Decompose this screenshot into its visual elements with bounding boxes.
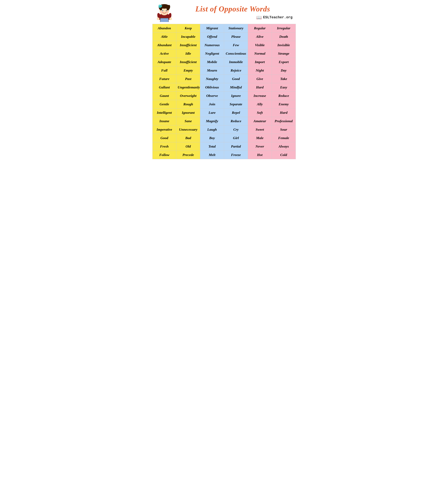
word-cell: Regular [248, 24, 272, 32]
word-cell: Old [176, 142, 200, 151]
table-row: AbleIncapableOffendPleaseAliveDeath [152, 32, 296, 41]
word-cell: Hard [248, 83, 272, 92]
word-cell: Boy [200, 134, 224, 142]
word-cell: Future [152, 75, 176, 83]
words-table-container: AbandonKeepMigrantStationaryRegularIrreg… [152, 24, 296, 159]
word-cell: Cold [272, 151, 296, 159]
word-cell: Join [200, 100, 224, 108]
word-cell: Total [200, 142, 224, 151]
table-row: AdequateInsufficientMobileImmobileImport… [152, 58, 296, 66]
word-cell: Male [248, 134, 272, 142]
brand-container: 📖 ESLTeacher.org [173, 13, 292, 20]
word-cell: Insufficient [176, 41, 200, 49]
word-cell: Mobile [200, 58, 224, 66]
word-cell: Invisible [272, 41, 296, 49]
word-cell: Rough [176, 100, 200, 108]
word-cell: Professional [272, 117, 296, 126]
word-cell: Normal [248, 49, 272, 58]
word-cell: Always [272, 142, 296, 151]
word-cell: Lure [200, 108, 224, 117]
word-cell: Hot [248, 151, 272, 159]
word-cell: Partial [224, 142, 248, 151]
word-cell: Abandon [152, 24, 176, 32]
words-table: AbandonKeepMigrantStationaryRegularIrreg… [152, 24, 296, 159]
word-cell: Give [248, 75, 272, 83]
word-cell: Irregular [272, 24, 296, 32]
svg-point-6 [159, 5, 160, 6]
word-cell: Fresh [152, 142, 176, 151]
table-row: GallantUngentlemanlyObliviousMindfulHard… [152, 83, 296, 92]
word-cell: Able [152, 32, 176, 41]
word-cell: Repel [224, 108, 248, 117]
word-cell: Past [176, 75, 200, 83]
word-cell: Gaunt [152, 92, 176, 100]
word-cell: Strange [272, 49, 296, 58]
word-cell: Export [272, 58, 296, 66]
word-cell: Incapable [176, 32, 200, 41]
word-cell: Amateur [248, 117, 272, 126]
word-cell: Precede [176, 151, 200, 159]
svg-point-9 [162, 10, 163, 11]
word-cell: Ally [248, 100, 272, 108]
word-cell: Enemy [272, 100, 296, 108]
table-row: FollowPrecedeMeltFreezeHotCold [152, 151, 296, 159]
word-cell: Day [272, 66, 296, 75]
word-cell: Easy [272, 83, 296, 92]
word-cell: Observe [200, 92, 224, 100]
word-cell: Empty [176, 66, 200, 75]
word-cell: Abundant [152, 41, 176, 49]
page-title: List of Opposite Words [173, 5, 292, 13]
word-cell: Overweight [176, 92, 200, 100]
word-cell: Migrant [200, 24, 224, 32]
word-cell: Ungentlemanly [176, 83, 200, 92]
word-cell: Good [224, 75, 248, 83]
word-cell: Please [224, 32, 248, 41]
word-cell: Death [272, 32, 296, 41]
word-cell: Imperative [152, 126, 176, 134]
svg-point-10 [166, 10, 167, 11]
word-cell: Ignore [224, 92, 248, 100]
brand-name: ESLTeacher.org [263, 15, 292, 19]
word-cell: Intelligent [152, 108, 176, 117]
word-cell: Sweet [248, 126, 272, 134]
word-cell: Sour [272, 126, 296, 134]
word-cell: Cry [224, 126, 248, 134]
svg-point-12 [166, 11, 168, 13]
mascot [156, 3, 173, 23]
table-row: IntelligentIgnorantLureRepelSoftHard [152, 108, 296, 117]
word-cell: Never [248, 142, 272, 151]
word-cell: Rejoice [224, 66, 248, 75]
table-row: AbandonKeepMigrantStationaryRegularIrreg… [152, 24, 296, 32]
svg-rect-18 [160, 18, 168, 22]
table-row: ActiveIdleNegligentConscientiousNormalSt… [152, 49, 296, 58]
word-cell: Visible [248, 41, 272, 49]
word-cell: Idle [176, 49, 200, 58]
word-cell: Mindful [224, 83, 248, 92]
word-cell: Offend [200, 32, 224, 41]
word-cell: Naughty [200, 75, 224, 83]
table-row: GoodBadBoyGirlMaleFemale [152, 134, 296, 142]
word-cell: Oblivious [200, 83, 224, 92]
brand-book-icon: 📖 [256, 15, 262, 20]
word-cell: Stationary [224, 24, 248, 32]
word-cell: Night [248, 66, 272, 75]
word-cell: Conscientious [224, 49, 248, 58]
word-cell: Immobile [224, 58, 248, 66]
word-cell: Follow [152, 151, 176, 159]
word-cell: Gallant [152, 83, 176, 92]
table-row: GentleRoughJoinSeparateAllyEnemy [152, 100, 296, 108]
word-cell: Melt [200, 151, 224, 159]
table-row: ImperativeUnnecessaryLaughCrySweetSour [152, 126, 296, 134]
table-row: AbundantInsufficientNumerousFewVisibleIn… [152, 41, 296, 49]
word-cell: Separate [224, 100, 248, 108]
table-row: FuturePastNaughtyGoodGiveTake [152, 75, 296, 83]
word-cell: Numerous [200, 41, 224, 49]
word-cell: Bad [176, 134, 200, 142]
table-row: FreshOldTotalPartialNeverAlways [152, 142, 296, 151]
page-title-container: List of Opposite Words 📖 ESLTeacher.org [173, 3, 292, 20]
word-cell: Keep [176, 24, 200, 32]
table-row: FullEmptyMournRejoiceNightDay [152, 66, 296, 75]
word-cell: Few [224, 41, 248, 49]
word-cell: Reduce [272, 92, 296, 100]
word-cell: Ignorant [176, 108, 200, 117]
